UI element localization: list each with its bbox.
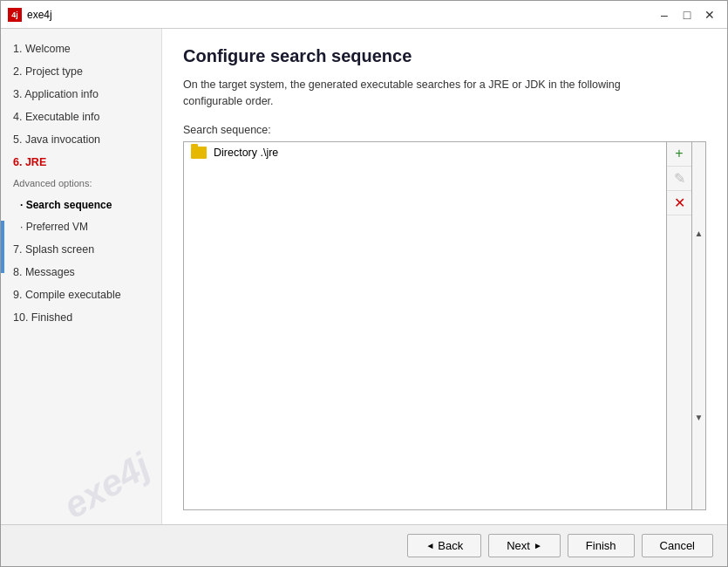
title-bar-left: 4j exe4j	[8, 8, 52, 22]
sidebar-item-jre[interactable]: 6. JRE	[1, 151, 161, 174]
scroll-down-button[interactable]: ▼	[692, 325, 705, 509]
maximize-button[interactable]: □	[677, 6, 697, 24]
sidebar-item-preferred-vm[interactable]: · Preferred VM	[1, 216, 161, 238]
finish-button[interactable]: Finish	[568, 534, 635, 557]
finish-label: Finish	[586, 539, 616, 552]
sidebar-item-executable-info[interactable]: 4. Executable info	[1, 106, 161, 128]
sequence-item-text: Directory .\jre	[214, 147, 278, 159]
folder-icon	[191, 147, 207, 159]
watermark: exe4j	[57, 445, 157, 524]
back-arrow-icon: ◄	[425, 541, 434, 550]
cancel-button[interactable]: Cancel	[642, 534, 713, 557]
next-label: Next	[507, 539, 530, 552]
sidebar-item-application-info[interactable]: 3. Application info	[1, 83, 161, 106]
window-controls: – □ ✕	[654, 6, 720, 24]
page-title: Configure search sequence	[183, 46, 706, 66]
minimize-button[interactable]: –	[654, 6, 675, 24]
scroll-bar: ▲ ▼	[692, 141, 706, 511]
sidebar-item-messages[interactable]: 8. Messages	[1, 261, 161, 284]
back-button[interactable]: ◄ Back	[407, 534, 481, 557]
main-content: Configure search sequence On the target …	[162, 29, 727, 524]
main-window: 4j exe4j – □ ✕ 1. Welcome 2. Project typ…	[0, 0, 728, 567]
list-item[interactable]: Directory .\jre	[184, 142, 666, 163]
scroll-up-button[interactable]: ▲	[692, 142, 705, 326]
sidebar-item-splash-screen[interactable]: 7. Splash screen	[1, 238, 161, 261]
sidebar-advanced-options-label: Advanced options:	[1, 174, 161, 195]
next-arrow-icon: ►	[534, 541, 542, 550]
close-button[interactable]: ✕	[699, 6, 720, 24]
sidebar-item-search-sequence[interactable]: · Search sequence	[1, 195, 161, 216]
window-title: exe4j	[27, 9, 52, 21]
sidebar-item-project-type[interactable]: 2. Project type	[1, 60, 161, 83]
cancel-label: Cancel	[660, 539, 695, 552]
sequence-toolbar: + ✎ ✕	[667, 141, 692, 511]
remove-button[interactable]: ✕	[667, 191, 691, 215]
content-area: 1. Welcome 2. Project type 3. Applicatio…	[1, 29, 727, 524]
sidebar-item-java-invocation[interactable]: 5. Java invocation	[1, 128, 161, 151]
app-icon: 4j	[8, 8, 22, 22]
page-description: On the target system, the generated exec…	[183, 77, 671, 110]
add-button[interactable]: +	[667, 142, 691, 167]
section-label: Search sequence:	[183, 124, 706, 136]
search-sequence-container: Directory .\jre + ✎ ✕	[183, 141, 706, 511]
next-button[interactable]: Next ►	[488, 534, 561, 557]
footer: ◄ Back Next ► Finish Cancel	[1, 524, 727, 566]
back-label: Back	[438, 539, 463, 552]
title-bar: 4j exe4j – □ ✕	[1, 1, 727, 29]
edit-button[interactable]: ✎	[667, 167, 691, 191]
sidebar-item-compile-executable[interactable]: 9. Compile executable	[1, 284, 161, 306]
sidebar-accent-bar	[1, 221, 4, 273]
sidebar: 1. Welcome 2. Project type 3. Applicatio…	[1, 29, 162, 524]
sidebar-item-welcome[interactable]: 1. Welcome	[1, 38, 161, 60]
sequence-list[interactable]: Directory .\jre	[183, 141, 667, 511]
sidebar-item-finished[interactable]: 10. Finished	[1, 306, 161, 329]
